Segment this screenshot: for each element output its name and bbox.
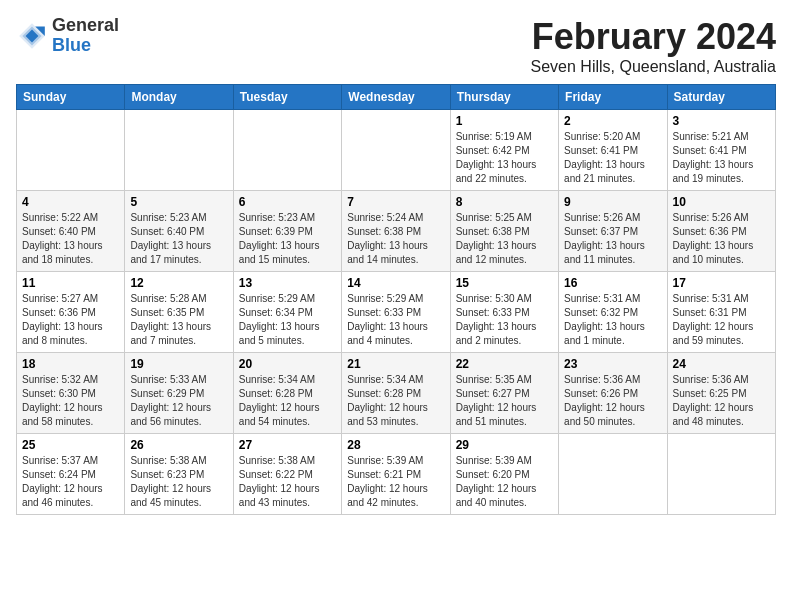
calendar-week-row: 11Sunrise: 5:27 AM Sunset: 6:36 PM Dayli… bbox=[17, 272, 776, 353]
day-info: Sunrise: 5:39 AM Sunset: 6:21 PM Dayligh… bbox=[347, 454, 444, 510]
day-number: 21 bbox=[347, 357, 444, 371]
day-info: Sunrise: 5:21 AM Sunset: 6:41 PM Dayligh… bbox=[673, 130, 770, 186]
calendar-cell bbox=[125, 110, 233, 191]
day-info: Sunrise: 5:31 AM Sunset: 6:31 PM Dayligh… bbox=[673, 292, 770, 348]
location-subtitle: Seven Hills, Queensland, Australia bbox=[531, 58, 776, 76]
day-info: Sunrise: 5:34 AM Sunset: 6:28 PM Dayligh… bbox=[347, 373, 444, 429]
day-info: Sunrise: 5:22 AM Sunset: 6:40 PM Dayligh… bbox=[22, 211, 119, 267]
calendar-cell: 21Sunrise: 5:34 AM Sunset: 6:28 PM Dayli… bbox=[342, 353, 450, 434]
column-header-tuesday: Tuesday bbox=[233, 85, 341, 110]
calendar-cell: 17Sunrise: 5:31 AM Sunset: 6:31 PM Dayli… bbox=[667, 272, 775, 353]
calendar-cell: 15Sunrise: 5:30 AM Sunset: 6:33 PM Dayli… bbox=[450, 272, 558, 353]
day-info: Sunrise: 5:36 AM Sunset: 6:26 PM Dayligh… bbox=[564, 373, 661, 429]
page-header: General Blue February 2024 Seven Hills, … bbox=[16, 16, 776, 76]
day-info: Sunrise: 5:37 AM Sunset: 6:24 PM Dayligh… bbox=[22, 454, 119, 510]
calendar-cell: 13Sunrise: 5:29 AM Sunset: 6:34 PM Dayli… bbox=[233, 272, 341, 353]
day-info: Sunrise: 5:26 AM Sunset: 6:37 PM Dayligh… bbox=[564, 211, 661, 267]
calendar-cell: 11Sunrise: 5:27 AM Sunset: 6:36 PM Dayli… bbox=[17, 272, 125, 353]
title-block: February 2024 Seven Hills, Queensland, A… bbox=[531, 16, 776, 76]
day-info: Sunrise: 5:24 AM Sunset: 6:38 PM Dayligh… bbox=[347, 211, 444, 267]
day-number: 9 bbox=[564, 195, 661, 209]
calendar-week-row: 25Sunrise: 5:37 AM Sunset: 6:24 PM Dayli… bbox=[17, 434, 776, 515]
calendar-cell: 24Sunrise: 5:36 AM Sunset: 6:25 PM Dayli… bbox=[667, 353, 775, 434]
calendar-cell: 1Sunrise: 5:19 AM Sunset: 6:42 PM Daylig… bbox=[450, 110, 558, 191]
day-number: 1 bbox=[456, 114, 553, 128]
column-header-thursday: Thursday bbox=[450, 85, 558, 110]
calendar-cell: 4Sunrise: 5:22 AM Sunset: 6:40 PM Daylig… bbox=[17, 191, 125, 272]
calendar-cell: 19Sunrise: 5:33 AM Sunset: 6:29 PM Dayli… bbox=[125, 353, 233, 434]
day-number: 19 bbox=[130, 357, 227, 371]
calendar-week-row: 1Sunrise: 5:19 AM Sunset: 6:42 PM Daylig… bbox=[17, 110, 776, 191]
calendar-week-row: 18Sunrise: 5:32 AM Sunset: 6:30 PM Dayli… bbox=[17, 353, 776, 434]
day-number: 6 bbox=[239, 195, 336, 209]
day-number: 5 bbox=[130, 195, 227, 209]
day-number: 10 bbox=[673, 195, 770, 209]
day-number: 4 bbox=[22, 195, 119, 209]
calendar-cell: 5Sunrise: 5:23 AM Sunset: 6:40 PM Daylig… bbox=[125, 191, 233, 272]
day-info: Sunrise: 5:19 AM Sunset: 6:42 PM Dayligh… bbox=[456, 130, 553, 186]
calendar-cell: 14Sunrise: 5:29 AM Sunset: 6:33 PM Dayli… bbox=[342, 272, 450, 353]
calendar-cell bbox=[233, 110, 341, 191]
day-number: 8 bbox=[456, 195, 553, 209]
day-info: Sunrise: 5:36 AM Sunset: 6:25 PM Dayligh… bbox=[673, 373, 770, 429]
day-number: 24 bbox=[673, 357, 770, 371]
calendar-cell: 27Sunrise: 5:38 AM Sunset: 6:22 PM Dayli… bbox=[233, 434, 341, 515]
calendar-cell: 6Sunrise: 5:23 AM Sunset: 6:39 PM Daylig… bbox=[233, 191, 341, 272]
day-number: 7 bbox=[347, 195, 444, 209]
day-number: 23 bbox=[564, 357, 661, 371]
day-info: Sunrise: 5:26 AM Sunset: 6:36 PM Dayligh… bbox=[673, 211, 770, 267]
calendar-cell bbox=[342, 110, 450, 191]
day-info: Sunrise: 5:23 AM Sunset: 6:40 PM Dayligh… bbox=[130, 211, 227, 267]
column-header-friday: Friday bbox=[559, 85, 667, 110]
day-info: Sunrise: 5:33 AM Sunset: 6:29 PM Dayligh… bbox=[130, 373, 227, 429]
calendar-cell: 18Sunrise: 5:32 AM Sunset: 6:30 PM Dayli… bbox=[17, 353, 125, 434]
day-number: 18 bbox=[22, 357, 119, 371]
day-info: Sunrise: 5:20 AM Sunset: 6:41 PM Dayligh… bbox=[564, 130, 661, 186]
calendar-cell: 7Sunrise: 5:24 AM Sunset: 6:38 PM Daylig… bbox=[342, 191, 450, 272]
day-number: 14 bbox=[347, 276, 444, 290]
calendar-cell: 22Sunrise: 5:35 AM Sunset: 6:27 PM Dayli… bbox=[450, 353, 558, 434]
day-number: 27 bbox=[239, 438, 336, 452]
day-info: Sunrise: 5:30 AM Sunset: 6:33 PM Dayligh… bbox=[456, 292, 553, 348]
column-header-saturday: Saturday bbox=[667, 85, 775, 110]
day-number: 29 bbox=[456, 438, 553, 452]
day-number: 16 bbox=[564, 276, 661, 290]
day-info: Sunrise: 5:27 AM Sunset: 6:36 PM Dayligh… bbox=[22, 292, 119, 348]
month-title: February 2024 bbox=[531, 16, 776, 58]
column-header-monday: Monday bbox=[125, 85, 233, 110]
day-info: Sunrise: 5:35 AM Sunset: 6:27 PM Dayligh… bbox=[456, 373, 553, 429]
logo-text: General Blue bbox=[52, 16, 119, 56]
day-number: 20 bbox=[239, 357, 336, 371]
logo: General Blue bbox=[16, 16, 119, 56]
calendar-cell: 29Sunrise: 5:39 AM Sunset: 6:20 PM Dayli… bbox=[450, 434, 558, 515]
calendar-cell: 28Sunrise: 5:39 AM Sunset: 6:21 PM Dayli… bbox=[342, 434, 450, 515]
day-number: 28 bbox=[347, 438, 444, 452]
calendar-cell: 9Sunrise: 5:26 AM Sunset: 6:37 PM Daylig… bbox=[559, 191, 667, 272]
calendar-cell bbox=[667, 434, 775, 515]
calendar-cell: 26Sunrise: 5:38 AM Sunset: 6:23 PM Dayli… bbox=[125, 434, 233, 515]
day-info: Sunrise: 5:23 AM Sunset: 6:39 PM Dayligh… bbox=[239, 211, 336, 267]
day-info: Sunrise: 5:29 AM Sunset: 6:33 PM Dayligh… bbox=[347, 292, 444, 348]
day-number: 2 bbox=[564, 114, 661, 128]
column-header-wednesday: Wednesday bbox=[342, 85, 450, 110]
day-number: 25 bbox=[22, 438, 119, 452]
calendar-cell bbox=[17, 110, 125, 191]
calendar-cell: 12Sunrise: 5:28 AM Sunset: 6:35 PM Dayli… bbox=[125, 272, 233, 353]
day-info: Sunrise: 5:31 AM Sunset: 6:32 PM Dayligh… bbox=[564, 292, 661, 348]
calendar-cell: 2Sunrise: 5:20 AM Sunset: 6:41 PM Daylig… bbox=[559, 110, 667, 191]
day-info: Sunrise: 5:39 AM Sunset: 6:20 PM Dayligh… bbox=[456, 454, 553, 510]
calendar-cell bbox=[559, 434, 667, 515]
logo-icon bbox=[16, 20, 48, 52]
day-info: Sunrise: 5:38 AM Sunset: 6:23 PM Dayligh… bbox=[130, 454, 227, 510]
day-info: Sunrise: 5:38 AM Sunset: 6:22 PM Dayligh… bbox=[239, 454, 336, 510]
day-number: 3 bbox=[673, 114, 770, 128]
day-number: 22 bbox=[456, 357, 553, 371]
day-number: 13 bbox=[239, 276, 336, 290]
calendar-week-row: 4Sunrise: 5:22 AM Sunset: 6:40 PM Daylig… bbox=[17, 191, 776, 272]
day-info: Sunrise: 5:25 AM Sunset: 6:38 PM Dayligh… bbox=[456, 211, 553, 267]
day-number: 15 bbox=[456, 276, 553, 290]
calendar-cell: 8Sunrise: 5:25 AM Sunset: 6:38 PM Daylig… bbox=[450, 191, 558, 272]
calendar-header-row: SundayMondayTuesdayWednesdayThursdayFrid… bbox=[17, 85, 776, 110]
calendar-cell: 23Sunrise: 5:36 AM Sunset: 6:26 PM Dayli… bbox=[559, 353, 667, 434]
day-number: 11 bbox=[22, 276, 119, 290]
